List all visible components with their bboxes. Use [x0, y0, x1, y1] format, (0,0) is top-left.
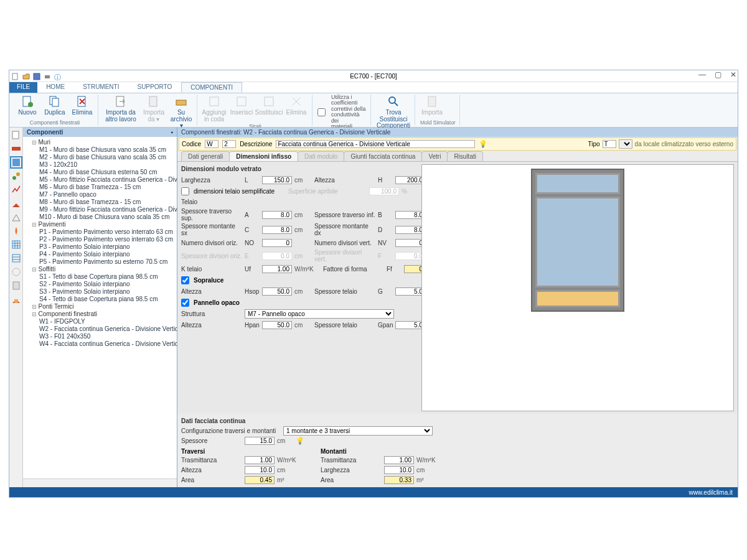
mont-dx-input[interactable]	[395, 226, 425, 234]
sopraluce-checkbox[interactable]	[181, 276, 189, 284]
tree-category[interactable]: Soffitti	[32, 265, 177, 273]
rail-icon-2[interactable]	[11, 144, 21, 154]
spessore-input[interactable]	[245, 437, 275, 445]
close-button[interactable]: ✕	[730, 70, 736, 79]
save-icon[interactable]	[33, 73, 40, 80]
rail-icon-6[interactable]	[11, 198, 21, 208]
sidebar-scrollbar[interactable]	[23, 478, 177, 487]
tab-componenti[interactable]: COMPONENTI	[181, 82, 242, 93]
rail-icon-9[interactable]	[11, 240, 21, 250]
hsop-input[interactable]	[262, 287, 292, 296]
rail-icon-5[interactable]	[11, 185, 21, 195]
mont-larg-input[interactable]	[384, 466, 414, 474]
tree-item[interactable]: M7 - Pannello opaco	[39, 190, 177, 198]
config-select[interactable]: 1 montante e 3 traversi	[283, 426, 433, 436]
new-icon[interactable]	[12, 73, 19, 80]
struttura-select[interactable]: M7 - Pannello opaco	[245, 309, 394, 319]
tree-item[interactable]: W2 - Facciata continua Generica - Divisi…	[39, 325, 177, 332]
tree-item[interactable]: M3 - 120x210	[39, 161, 177, 168]
minimize-button[interactable]: —	[698, 70, 706, 79]
importa-da-button[interactable]: Importa da ▾	[142, 95, 166, 123]
tree-category[interactable]: Ponti Termici	[32, 302, 177, 310]
su-archivio-button[interactable]: Su archivio ▾	[169, 95, 193, 129]
rail-icon-1[interactable]	[11, 130, 21, 140]
hpan-input[interactable]	[262, 321, 292, 329]
tab-dati-modulo[interactable]: Dati modulo	[298, 151, 344, 161]
rail-icon-4[interactable]	[11, 171, 21, 181]
trav-inf-input[interactable]	[395, 211, 425, 219]
tab-vetri[interactable]: Vetri	[421, 151, 448, 161]
rail-icon-7[interactable]	[11, 212, 21, 222]
tipo-select[interactable]	[619, 139, 632, 149]
tab-giunti[interactable]: Giunti facciata continua	[344, 151, 422, 161]
tab-home[interactable]: HOME	[37, 82, 74, 93]
altezza-input[interactable]	[395, 176, 425, 184]
tree-item[interactable]: M10 - Muro di base Chiusura vano scala 3…	[39, 213, 177, 220]
tree-item[interactable]: P2 - Pavimento Pavimento verso interrato…	[39, 235, 177, 243]
mont-sx-input[interactable]	[262, 226, 292, 234]
tree-item[interactable]: W3 - F01 240x350	[39, 332, 177, 340]
maximize-button[interactable]: ▢	[715, 70, 721, 79]
mont-tras-input[interactable]	[384, 456, 414, 464]
div-vert-input[interactable]	[395, 239, 425, 247]
tree-item[interactable]: M6 - Muro di base Tramezza - 15 cm	[39, 183, 177, 190]
coeff-correttivi-checkbox[interactable]	[317, 108, 326, 116]
tree-item[interactable]: P5 - Pavimento Pavimento su esterno 70.5…	[39, 258, 177, 265]
rail-icon-11[interactable]	[11, 267, 21, 277]
tree-item[interactable]: P4 - Pavimento Solaio interpiano	[39, 250, 177, 258]
tree-item[interactable]: W1 - IFDGPOLY	[39, 317, 177, 325]
larghezza-input[interactable]	[262, 176, 292, 184]
desc-input[interactable]	[276, 140, 475, 148]
open-icon[interactable]	[22, 73, 30, 80]
print-icon[interactable]	[44, 73, 51, 80]
tree-category[interactable]: Componenti finestrati	[32, 310, 177, 317]
tree-item[interactable]: S1 - Tetto di base Copertura piana 98.5 …	[39, 273, 177, 280]
trav-tras-input[interactable]	[245, 456, 275, 464]
semplificate-checkbox[interactable]	[181, 187, 189, 195]
hint-icon[interactable]: 💡	[479, 140, 487, 148]
tree-category[interactable]: Muri	[32, 138, 177, 146]
trova-sostituisci-button[interactable]: Trova Sostituisci Componenti	[376, 95, 411, 129]
tab-strumenti[interactable]: STRUMENTI	[74, 82, 128, 93]
tree-item[interactable]: S2 - Pavimento Solaio interpiano	[39, 280, 177, 287]
rail-icon-13[interactable]	[11, 294, 21, 304]
rail-icon-12[interactable]	[11, 281, 21, 291]
tab-supporto[interactable]: SUPPORTO	[128, 82, 181, 93]
tree-item[interactable]: M5 - Muro fittizio Facciata continua Gen…	[39, 175, 177, 183]
tree-item[interactable]: M2 - Muro di base Chiusura vano scala 35…	[39, 153, 177, 161]
importa-lavoro-button[interactable]: Importa da altro lavoro	[103, 95, 138, 123]
tab-risultati[interactable]: Risultati	[447, 151, 483, 161]
nuovo-button[interactable]: Nuovo	[16, 95, 39, 116]
sidebar-pin-icon[interactable]: ▪	[171, 129, 173, 136]
component-tree[interactable]: MuriM1 - Muro di base Chiusura vano scal…	[23, 137, 177, 478]
tree-item[interactable]: M4 - Muro di base Chiusura esterna 50 cm	[39, 168, 177, 175]
tree-item[interactable]: M1 - Muro di base Chiusura vano scala 35…	[39, 146, 177, 153]
tree-item[interactable]: W4 - Facciata continua Generica - Divisi…	[39, 340, 177, 347]
g-input[interactable]	[395, 287, 425, 296]
ktelaio-input[interactable]	[262, 265, 292, 273]
rail-icon-8[interactable]	[11, 226, 21, 236]
tree-item[interactable]: M8 - Muro di base Tramezza - 15 cm	[39, 198, 177, 205]
rail-icon-3[interactable]	[11, 157, 21, 167]
tree-category[interactable]: Pavimenti	[32, 220, 177, 228]
rail-icon-10[interactable]	[11, 253, 21, 263]
div-oriz-input[interactable]	[262, 239, 292, 247]
tree-item[interactable]: P3 - Pavimento Solaio interpiano	[39, 243, 177, 250]
help-icon[interactable]: ⓘ	[54, 73, 62, 80]
tipo-input[interactable]	[603, 140, 616, 148]
trav-alt-input[interactable]	[245, 466, 275, 474]
tree-item[interactable]: M9 - Muro fittizio Facciata continua Gen…	[39, 205, 177, 213]
pannello-checkbox[interactable]	[181, 299, 189, 307]
trav-sup-input[interactable]	[262, 211, 292, 219]
tree-item[interactable]: P1 - Pavimento Pavimento verso interrato…	[39, 228, 177, 235]
tab-dimensioni-infisso[interactable]: Dimensioni infisso	[229, 151, 298, 161]
tree-item[interactable]: S4 - Tetto di base Copertura piana 98.5 …	[39, 295, 177, 302]
tree-item[interactable]: S3 - Pavimento Solaio interpiano	[39, 287, 177, 295]
codice-prefix-input[interactable]	[205, 140, 218, 148]
file-tab[interactable]: FILE	[9, 82, 37, 93]
duplica-button[interactable]: Duplica	[43, 95, 67, 116]
hint-icon[interactable]: 💡	[296, 437, 304, 445]
tab-dati-generali[interactable]: Dati generali	[181, 151, 230, 161]
elimina-button[interactable]: Elimina	[70, 95, 94, 116]
gpan-input[interactable]	[395, 321, 425, 329]
